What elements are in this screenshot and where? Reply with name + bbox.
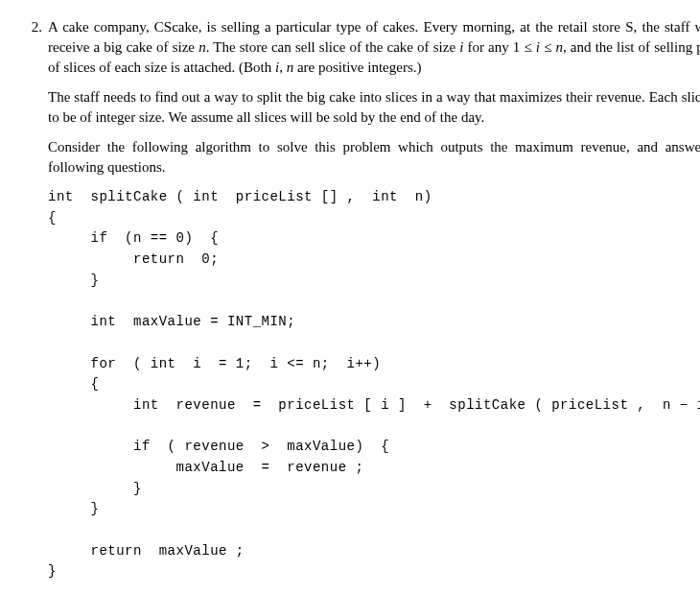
text: are positive integers.) bbox=[293, 60, 421, 75]
text: ≤ bbox=[540, 39, 555, 55]
text: for any 1 ≤ bbox=[463, 39, 536, 55]
paragraph-3: Consider the following algorithm to solv… bbox=[48, 137, 700, 178]
var-n: n bbox=[198, 39, 206, 55]
text: . The store can sell slice of the cake o… bbox=[206, 39, 460, 55]
text: , bbox=[279, 60, 287, 75]
problem-container: 2. A cake company, CScake, is selling a … bbox=[21, 17, 673, 583]
var-n: n bbox=[556, 39, 564, 55]
paragraph-2: The staff needs to find out a way to spl… bbox=[48, 87, 700, 128]
code-block: int splitCake ( int priceList [] , int n… bbox=[48, 187, 700, 583]
problem-number: 2. bbox=[21, 17, 48, 37]
problem-body: A cake company, CScake, is selling a par… bbox=[48, 17, 700, 583]
paragraph-1: A cake company, CScake, is selling a par… bbox=[48, 17, 700, 78]
